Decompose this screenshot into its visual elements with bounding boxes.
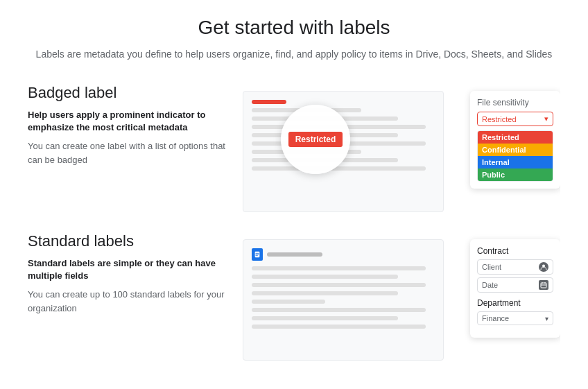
option-restricted-label: Restricted bbox=[482, 133, 519, 141]
doc-blue-icon bbox=[252, 248, 263, 261]
doc-title-line bbox=[267, 252, 322, 257]
standard-labels-visual: Contract Client Date bbox=[243, 232, 560, 364]
person-icon-svg bbox=[540, 263, 547, 270]
option-restricted[interactable]: Restricted bbox=[478, 131, 553, 144]
department-group: Department Finance ▾ bbox=[477, 298, 553, 325]
badged-label-visual: Restricted File sensitivity Restricted ▾… bbox=[243, 84, 560, 216]
dropdown-selected-row[interactable]: Restricted ▾ bbox=[477, 112, 553, 126]
client-label: Client bbox=[482, 263, 501, 271]
standard-labels-section: Standard labels Standard labels are simp… bbox=[28, 232, 560, 364]
client-input-row[interactable]: Client bbox=[477, 259, 553, 275]
badged-label-bold-desc: Help users apply a prominent indicator t… bbox=[28, 109, 229, 134]
department-title: Department bbox=[477, 298, 553, 308]
doc-line-8 bbox=[252, 166, 426, 171]
doc-header-bar bbox=[252, 248, 435, 261]
finance-value: Finance bbox=[482, 314, 509, 322]
contract-group: Contract Client Date bbox=[477, 246, 553, 293]
option-confidential-label: Confidential bbox=[482, 146, 526, 154]
standard-labels-bold-desc: Standard labels are simple or they can h… bbox=[28, 257, 229, 282]
dropdown-options-list: Restricted Confidential Internal Public bbox=[477, 130, 553, 182]
page-header: Get started with labels Labels are metad… bbox=[28, 17, 560, 62]
date-input-row[interactable]: Date bbox=[477, 277, 553, 293]
standard-doc-mock bbox=[243, 239, 444, 361]
doc-icon-svg bbox=[254, 251, 261, 258]
badge-zoom-circle: Restricted bbox=[281, 105, 350, 174]
std-doc-line-7 bbox=[252, 316, 398, 320]
dropdown-arrow-icon: ▾ bbox=[544, 114, 548, 123]
option-internal[interactable]: Internal bbox=[478, 156, 553, 168]
contract-title: Contract bbox=[477, 246, 553, 256]
dropdown-card-title: File sensitivity bbox=[477, 98, 553, 107]
badged-label-normal-desc: You can create one label with a list of … bbox=[28, 139, 229, 166]
doc-red-line bbox=[252, 100, 286, 104]
finance-select-row[interactable]: Finance ▾ bbox=[477, 311, 553, 325]
std-doc-line-4 bbox=[252, 291, 398, 295]
option-public[interactable]: Public bbox=[478, 168, 553, 181]
option-internal-label: Internal bbox=[482, 158, 510, 166]
calendar-icon bbox=[539, 280, 548, 290]
std-doc-line-5 bbox=[252, 300, 325, 304]
option-confidential[interactable]: Confidential bbox=[478, 144, 553, 156]
option-public-label: Public bbox=[482, 171, 505, 179]
std-doc-line-1 bbox=[252, 266, 426, 270]
std-doc-line-3 bbox=[252, 283, 426, 287]
page-subtitle: Labels are metadata you define to help u… bbox=[28, 47, 560, 62]
std-doc-line-2 bbox=[252, 275, 398, 279]
file-sensitivity-dropdown-card: File sensitivity Restricted ▾ Restricted… bbox=[470, 91, 560, 189]
std-doc-line-6 bbox=[252, 308, 426, 312]
dropdown-selected-value: Restricted bbox=[482, 115, 517, 123]
client-person-icon bbox=[539, 262, 548, 272]
badged-label-section: Badged label Help users apply a prominen… bbox=[28, 84, 560, 216]
standard-labels-normal-desc: You can create up to 100 standard labels… bbox=[28, 288, 229, 315]
standard-labels-heading: Standard labels bbox=[28, 232, 229, 250]
std-doc-line-8 bbox=[252, 325, 426, 329]
calendar-icon-svg bbox=[540, 282, 547, 288]
date-label: Date bbox=[482, 281, 498, 289]
finance-dropdown-arrow-icon: ▾ bbox=[545, 315, 548, 322]
restricted-badge: Restricted bbox=[288, 132, 343, 147]
contract-labels-card: Contract Client Date bbox=[470, 239, 560, 338]
badged-label-heading: Badged label bbox=[28, 84, 229, 102]
standard-labels-text: Standard labels Standard labels are simp… bbox=[28, 232, 243, 364]
page-title: Get started with labels bbox=[28, 17, 560, 39]
badged-label-text: Badged label Help users apply a prominen… bbox=[28, 84, 243, 216]
